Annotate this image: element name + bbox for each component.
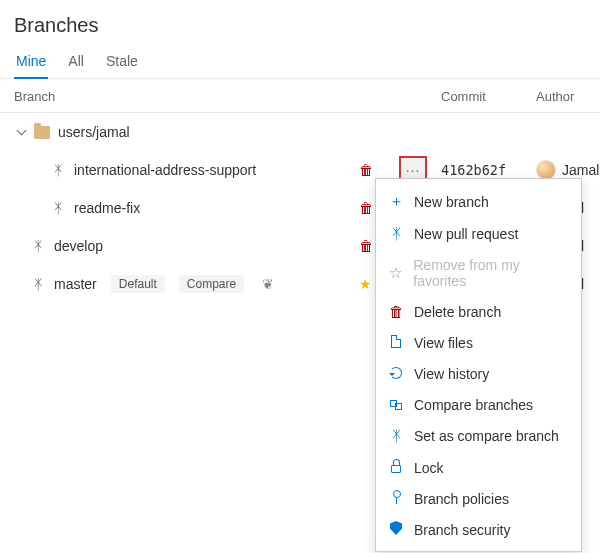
file-icon xyxy=(388,334,404,351)
author-name: Jamal xyxy=(562,162,599,178)
menu-label: Lock xyxy=(414,460,444,476)
menu-remove-favorite: ☆ Remove from my favorites xyxy=(376,250,581,296)
folder-name: users/jamal xyxy=(58,124,130,140)
menu-label: New pull request xyxy=(414,226,518,242)
menu-label: Remove from my favorites xyxy=(413,257,569,289)
branch-icon: ᛡ xyxy=(50,162,66,178)
lock-icon xyxy=(388,459,404,476)
menu-label: Set as compare branch xyxy=(414,428,559,444)
menu-view-files[interactable]: View files xyxy=(376,327,581,358)
menu-lock[interactable]: Lock xyxy=(376,452,581,483)
avatar xyxy=(536,160,556,180)
menu-compare-branches[interactable]: Compare branches xyxy=(376,389,581,420)
menu-label: Compare branches xyxy=(414,397,533,413)
menu-label: New branch xyxy=(414,194,489,210)
context-menu: ＋ New branch ᛡ New pull request ☆ Remove… xyxy=(375,178,582,552)
menu-branch-policies[interactable]: Branch policies xyxy=(376,483,581,514)
col-author-header: Author xyxy=(536,89,586,104)
branch-icon: ᛡ xyxy=(388,427,404,445)
menu-label: Branch security xyxy=(414,522,510,538)
branch-name: international-address-support xyxy=(74,162,256,178)
branch-icon: ᛡ xyxy=(50,200,66,216)
tabs: Mine All Stale xyxy=(0,43,600,79)
compare-badge: Compare xyxy=(179,275,244,293)
delete-icon[interactable]: 🗑 xyxy=(359,162,373,178)
default-badge: Default xyxy=(111,275,165,293)
page-title: Branches xyxy=(0,0,600,43)
history-icon xyxy=(388,365,404,382)
col-branch-header: Branch xyxy=(14,89,359,104)
folder-icon xyxy=(34,126,50,139)
policy-icon: ❦ xyxy=(260,276,276,292)
trash-icon: 🗑 xyxy=(388,303,404,320)
plus-icon: ＋ xyxy=(388,192,404,211)
branch-name: master xyxy=(54,276,97,292)
branch-name: readme-fix xyxy=(74,200,140,216)
menu-new-branch[interactable]: ＋ New branch xyxy=(376,185,581,218)
branch-icon: ᛡ xyxy=(30,276,46,292)
menu-new-pull-request[interactable]: ᛡ New pull request xyxy=(376,218,581,250)
menu-label: View files xyxy=(414,335,473,351)
menu-delete-branch[interactable]: 🗑 Delete branch xyxy=(376,296,581,327)
menu-branch-security[interactable]: Branch security xyxy=(376,514,581,545)
star-outline-icon: ☆ xyxy=(388,264,403,282)
menu-view-history[interactable]: View history xyxy=(376,358,581,389)
shield-icon xyxy=(388,521,404,538)
menu-label: Delete branch xyxy=(414,304,501,320)
policy-icon xyxy=(388,490,404,507)
commit-sha[interactable]: 4162b62f xyxy=(441,162,506,178)
menu-set-compare-branch[interactable]: ᛡ Set as compare branch xyxy=(376,420,581,452)
delete-icon[interactable]: 🗑 xyxy=(359,200,373,216)
branch-icon: ᛡ xyxy=(30,238,46,254)
delete-icon[interactable]: 🗑 xyxy=(359,238,373,254)
favorite-star-icon[interactable]: ★ xyxy=(359,276,372,292)
folder-row[interactable]: users/jamal xyxy=(0,113,600,151)
tab-all[interactable]: All xyxy=(66,47,86,79)
pull-request-icon: ᛡ xyxy=(388,225,404,243)
chevron-down-icon[interactable] xyxy=(16,127,26,137)
branch-name: develop xyxy=(54,238,103,254)
menu-label: View history xyxy=(414,366,489,382)
col-commit-header: Commit xyxy=(441,89,536,104)
tab-mine[interactable]: Mine xyxy=(14,47,48,79)
compare-icon xyxy=(388,396,404,413)
tab-stale[interactable]: Stale xyxy=(104,47,140,79)
table-header: Branch Commit Author xyxy=(0,79,600,113)
menu-label: Branch policies xyxy=(414,491,509,507)
